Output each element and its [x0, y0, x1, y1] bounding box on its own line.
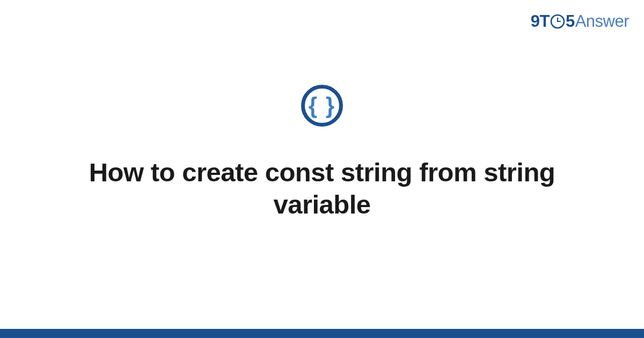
- main-content: { } How to create const string from stri…: [0, 0, 644, 338]
- page-title: How to create const string from string v…: [54, 157, 590, 221]
- footer-bar: [0, 329, 644, 338]
- code-braces-icon: { }: [301, 85, 343, 127]
- braces-glyph: { }: [309, 94, 335, 117]
